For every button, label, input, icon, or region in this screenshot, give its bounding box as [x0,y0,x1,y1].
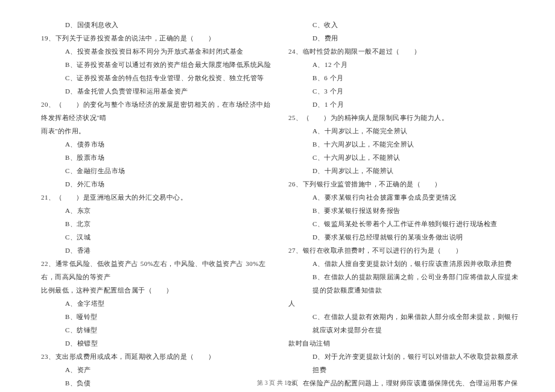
option-text: D、梭镖型 [35,337,273,350]
option-text: B、股票市场 [35,151,273,164]
option-text: C、金融衍生品市场 [35,164,273,177]
option-text: C、证券投资基金的特点包括专业管理、分散化投资、独立托管等 [35,71,273,84]
left-column: D、国债利息收入 19、下列关于证券投资基金的说法中，正确的是（ ） A、投资基… [30,18,278,362]
question-27: 27、银行在收取承担费时，不可以进行的行为是（ ） [282,244,520,257]
option-text: D、外汇市场 [35,177,273,191]
question-24: 24、临时性贷款的期限一般不超过（ ） [282,45,520,58]
option-text: C、收入 [282,18,520,31]
option-text: D、费用 [282,31,520,45]
option-text: A、资产 [35,363,273,376]
option-text: C、十六周岁以上，不能辨认 [282,151,520,164]
option-text: B、北京 [35,217,273,230]
option-text: B、要求某银行报送财务报告 [282,204,520,217]
question-21: 21、（ ）是亚洲地区最大的外汇交易中心。 [35,191,273,204]
option-text: D、1 个月 [282,98,520,111]
option-text: A、十周岁以上，不能完全辨认 [282,124,520,138]
option-text: A、投资基金按投资目标不同分为开放式基金和封闭式基金 [35,45,273,58]
question-23: 23、支出形成费用或成本，而延期收入形成的是（ ） [35,350,273,363]
question-20-line2: 雨表"的作用。 [35,124,273,138]
option-text: A、金字塔型 [35,297,273,310]
question-22-line1: 22、通常低风险、低收益资产占 50%左右，中风险、中收益资产占 30%左右，而… [35,257,273,283]
option-text: C、3 个月 [282,84,520,98]
option-text: B、6 个月 [282,71,520,84]
question-19: 19、下列关于证券投资基金的说法中，正确的是（ ） [35,31,273,45]
option-text-line2: 人 [282,297,520,310]
option-text: A、债券市场 [35,138,273,151]
page-content: D、国债利息收入 19、下列关于证券投资基金的说法中，正确的是（ ） A、投资基… [0,0,555,374]
option-text: D、十周岁以上，不能辨认 [282,164,520,177]
option-text: A、东京 [35,204,273,217]
option-text-line1: B、在借款人的提款期限届满之前，公司业务部门应将借款人应提未提的贷款额度通知借款 [282,270,520,297]
question-22-line2: 比例最低，这种资产配置组合属于（ ） [35,283,273,297]
option-text: A、要求某银行向社会披露董事会成员变更情况 [282,191,520,204]
option-text: B、哑铃型 [35,310,273,323]
option-text: D、国债利息收入 [35,18,273,31]
option-text: B、证券投资基金可以通过有效的资产组合最大限度地降低系统风险 [35,58,273,71]
option-text: A、借款人擅自变更提款计划的，银行应该查清原因并收取承担费 [282,257,520,270]
option-text: D、基金托管人负责管理和运用基金资产 [35,84,273,98]
option-text: D、香港 [35,244,273,257]
question-26: 26、下列银行业监管措施中，不正确的是（ ） [282,177,520,191]
option-text: C、银监局某处长带着个人工作证件单独到银行进行现场检查 [282,217,520,230]
option-text: C、汉城 [35,230,273,244]
option-text-line1: C、在借款人提款有效期内，如果借款人部分或全部未提款，则银行就应该对未提部分在提 [282,310,520,337]
right-column: C、收入 D、费用 24、临时性贷款的期限一般不超过（ ） A、12 个月 B、… [278,18,525,362]
page-footer: 第 3 页 共 18 页 [0,379,555,387]
option-text: D、对于允许变更提款计划的，银行可以对借款人不收取贷款额度承担费 [282,350,520,376]
option-text: D、要求某银行总经理就银行的某项业务做出说明 [282,230,520,244]
option-text: A、12 个月 [282,58,520,71]
question-20-line1: 20、（ ）的变化与整个市场经济的发展是密切相关的，在市场经济中始终发挥着经济状… [35,98,273,124]
option-text: B、十六周岁以上，不能完全辨认 [282,138,520,151]
question-25: 25、（ ）为的精神病人是限制民事行为能力人。 [282,111,520,124]
option-text-line2: 款时自动注销 [282,337,520,350]
option-text: C、纺锤型 [35,323,273,337]
